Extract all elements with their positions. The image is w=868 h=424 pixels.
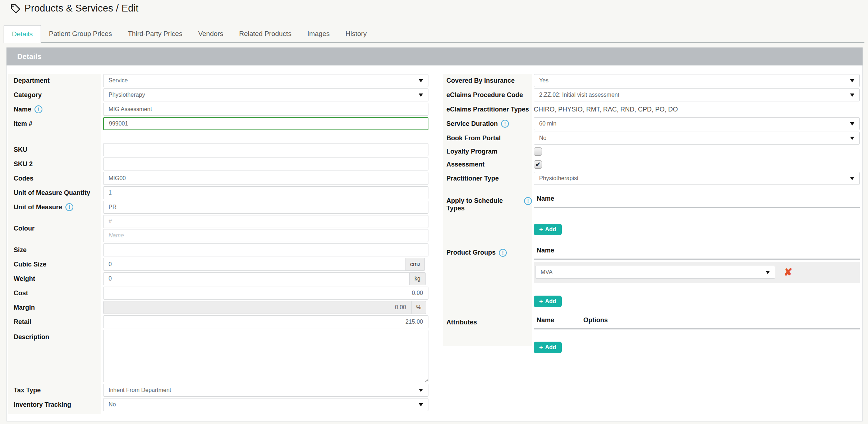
product-group-select[interactable]: MVA xyxy=(535,266,775,279)
attributes-row: Attributes Name Options + Add xyxy=(443,315,860,353)
sku-input[interactable] xyxy=(103,143,428,156)
add-attribute-button[interactable]: + Add xyxy=(534,342,562,353)
practitioner-type-row: Practitioner Type Physiotherapist xyxy=(443,172,860,185)
description-textarea[interactable] xyxy=(103,330,428,382)
item-number-input[interactable] xyxy=(103,117,428,130)
products-services-edit-page: Products & Services / Edit Details Patie… xyxy=(0,0,868,424)
tab-patient-group-prices[interactable]: Patient Group Prices xyxy=(41,25,120,42)
size-input[interactable] xyxy=(103,243,428,256)
details-panel: Details Department Service Category xyxy=(6,47,863,421)
tab-vendors[interactable]: Vendors xyxy=(190,25,231,42)
colour-name-input[interactable] xyxy=(103,229,428,242)
tab-third-party-prices[interactable]: Third-Party Prices xyxy=(120,25,190,42)
name-input[interactable] xyxy=(103,103,428,116)
assessment-label: Assessment xyxy=(443,159,532,170)
add-product-group-button[interactable]: + Add xyxy=(534,296,562,307)
product-groups-label: Product Groups ! xyxy=(443,245,532,307)
cubic-size-label: Cubic Size xyxy=(8,258,101,271)
caret-down-icon xyxy=(766,271,770,274)
caret-down-icon xyxy=(419,94,423,97)
uom-label: Unit of Measure ! xyxy=(8,201,101,214)
weight-row: Weight kg xyxy=(8,272,428,285)
page-title: Products & Services / Edit xyxy=(10,3,138,14)
category-select[interactable]: Physiotherapy xyxy=(103,88,428,101)
retail-label: Retail xyxy=(8,315,101,328)
sku2-label: SKU 2 xyxy=(8,158,101,170)
sku2-input[interactable] xyxy=(103,158,428,170)
weight-unit: kg xyxy=(410,272,426,285)
size-label: Size xyxy=(8,243,101,256)
eclaims-procedure-code-label: eClaims Procedure Code xyxy=(443,88,532,101)
tag-icon xyxy=(10,3,21,14)
eclaims-practitioner-types-label: eClaims Practitioner Types xyxy=(443,103,532,116)
service-duration-select[interactable]: 60 min xyxy=(534,117,860,130)
uom-input[interactable] xyxy=(103,201,428,214)
colour-label: Colour xyxy=(8,215,101,242)
spacer xyxy=(8,132,428,143)
tax-type-select[interactable]: Inherit From Department xyxy=(103,384,428,397)
cubic-size-input[interactable] xyxy=(103,258,405,271)
info-icon[interactable]: ! xyxy=(35,105,42,113)
covered-by-insurance-select[interactable]: Yes xyxy=(534,74,860,87)
book-from-portal-select[interactable]: No xyxy=(534,132,860,145)
tab-images[interactable]: Images xyxy=(299,25,337,42)
loyalty-program-checkbox[interactable] xyxy=(534,147,542,156)
tab-bar: Details Patient Group Prices Third-Party… xyxy=(4,25,864,43)
item-number-row: Item # xyxy=(8,117,428,130)
add-schedule-type-button[interactable]: + Add xyxy=(534,224,562,235)
product-groups-row: Product Groups ! Name MVA xyxy=(443,245,860,307)
retail-row: Retail xyxy=(8,315,428,328)
product-groups-column-header: Name xyxy=(534,245,860,259)
department-row: Department Service xyxy=(8,74,428,87)
info-icon[interactable]: ! xyxy=(501,120,509,128)
department-select[interactable]: Service xyxy=(103,74,428,87)
category-label: Category xyxy=(8,88,101,101)
info-icon[interactable]: ! xyxy=(524,197,532,205)
eclaims-procedure-code-select[interactable]: 2.ZZ.02: Initial visit assessment xyxy=(534,88,860,101)
caret-down-icon xyxy=(850,177,854,180)
cubic-size-unit: cm3 xyxy=(405,258,425,271)
category-row: Category Physiotherapy xyxy=(8,88,428,101)
eclaims-practitioner-types-value: CHIRO, PHYSIO, RMT, RAC, RND, CPD, PO, D… xyxy=(534,106,678,113)
practitioner-type-label: Practitioner Type xyxy=(443,172,532,185)
retail-input[interactable] xyxy=(103,315,428,328)
apply-to-schedule-types-label: Apply to Schedule Types ! xyxy=(443,193,532,235)
page-title-text: Products & Services / Edit xyxy=(24,3,138,14)
inventory-tracking-select[interactable]: No xyxy=(103,398,428,411)
plus-icon: + xyxy=(539,226,543,233)
tab-history[interactable]: History xyxy=(337,25,375,42)
uom-quantity-input[interactable] xyxy=(103,186,428,199)
colour-row: Colour xyxy=(8,215,428,242)
divider xyxy=(534,259,860,260)
colour-code-input[interactable] xyxy=(103,215,428,228)
book-from-portal-label: Book From Portal xyxy=(443,132,532,145)
practitioner-type-select[interactable]: Physiotherapist xyxy=(534,172,860,185)
uom-quantity-label: Unit of Measure Quantity xyxy=(8,186,101,199)
attributes-column-headers: Name Options xyxy=(534,315,860,328)
eclaims-procedure-code-row: eClaims Procedure Code 2.ZZ.02: Initial … xyxy=(443,88,860,101)
left-form-column: Department Service Category Physiotherap… xyxy=(8,74,428,412)
sku2-row: SKU 2 xyxy=(8,158,428,170)
product-groups-table: Name MVA ✘ + Add xyxy=(534,245,860,307)
margin-label: Margin xyxy=(8,301,101,314)
delete-product-group-icon[interactable]: ✘ xyxy=(784,267,792,277)
info-icon[interactable]: ! xyxy=(65,203,73,211)
plus-icon: + xyxy=(539,298,543,305)
description-row: Description xyxy=(8,330,428,382)
tab-details[interactable]: Details xyxy=(4,25,41,43)
uom-quantity-row: Unit of Measure Quantity xyxy=(8,186,428,199)
item-number-label: Item # xyxy=(8,117,101,130)
codes-row: Codes xyxy=(8,172,428,185)
codes-input[interactable] xyxy=(103,172,428,185)
apply-to-schedule-types-table: Name + Add xyxy=(534,193,860,235)
margin-row: Margin % xyxy=(8,301,428,314)
tab-related-products[interactable]: Related Products xyxy=(231,25,299,42)
assessment-checkbox[interactable]: ✔ xyxy=(534,160,542,169)
cost-input[interactable] xyxy=(103,287,428,300)
weight-input[interactable] xyxy=(103,272,410,285)
covered-by-insurance-label: Covered By Insurance xyxy=(443,74,532,87)
caret-down-icon xyxy=(850,122,854,126)
info-icon[interactable]: ! xyxy=(499,249,507,257)
inventory-tracking-label: Inventory Tracking xyxy=(8,398,101,411)
caret-down-icon xyxy=(850,137,854,140)
